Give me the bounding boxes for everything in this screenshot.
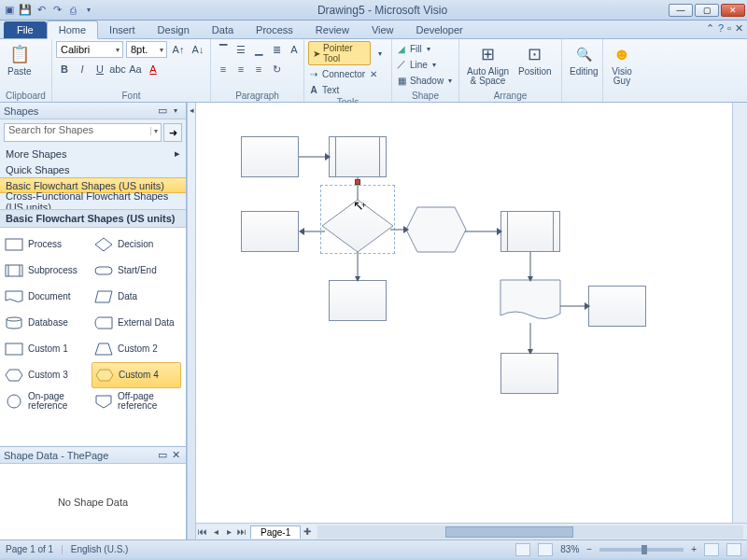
doc-restore-icon[interactable]: ▫ bbox=[727, 22, 731, 35]
shape-custom1[interactable]: Custom 1 bbox=[2, 336, 92, 362]
pointer-tool-button[interactable]: ➤Pointer Tool bbox=[308, 41, 371, 65]
save-icon[interactable]: 💾 bbox=[18, 3, 33, 18]
file-tab[interactable]: File bbox=[4, 21, 47, 38]
pointer-dropdown[interactable]: ▾ bbox=[373, 45, 388, 62]
shape-startend[interactable]: Start/End bbox=[92, 258, 181, 284]
shapedata-min-icon[interactable]: ▭ bbox=[156, 449, 169, 461]
tab-data[interactable]: Data bbox=[201, 21, 245, 38]
canvas-document[interactable] bbox=[500, 280, 560, 323]
visio-guy-button[interactable]: ☻Visio Guy bbox=[607, 41, 637, 88]
tab-developer[interactable]: Developer bbox=[405, 21, 474, 38]
vertical-scrollbar[interactable] bbox=[732, 103, 747, 523]
text-tool-button[interactable]: AText bbox=[308, 82, 339, 97]
canvas-process-4[interactable] bbox=[588, 286, 646, 327]
tab-home[interactable]: Home bbox=[47, 21, 98, 39]
macro-record-icon[interactable] bbox=[515, 543, 530, 556]
underline-button[interactable]: U bbox=[92, 61, 108, 77]
page-next-icon[interactable]: ▸ bbox=[222, 526, 235, 537]
canvas-subprocess-2[interactable] bbox=[500, 211, 560, 252]
more-shapes-row[interactable]: More Shapes▸ bbox=[0, 146, 186, 161]
italic-button[interactable]: I bbox=[74, 61, 91, 77]
canvas-process-2[interactable] bbox=[241, 211, 299, 252]
tab-review[interactable]: Review bbox=[304, 21, 360, 38]
line-button[interactable]: ／Line▾ bbox=[396, 57, 436, 72]
canvas-decision[interactable] bbox=[322, 200, 393, 252]
shadow-button[interactable]: ▦Shadow▾ bbox=[396, 73, 452, 88]
shape-process[interactable]: Process bbox=[2, 231, 92, 258]
shape-custom3[interactable]: Custom 3 bbox=[2, 362, 92, 388]
print-icon[interactable]: ⎙ bbox=[65, 3, 80, 18]
hscroll-thumb[interactable] bbox=[445, 526, 573, 538]
shapedata-close-icon[interactable]: ✕ bbox=[169, 449, 182, 461]
align-top-icon[interactable]: ▔ bbox=[215, 41, 232, 58]
shape-database[interactable]: Database bbox=[2, 310, 92, 336]
align-center-icon[interactable]: ≡ bbox=[233, 61, 249, 77]
tab-insert[interactable]: Insert bbox=[98, 21, 147, 38]
fullscreen-icon[interactable] bbox=[726, 543, 741, 556]
canvas-process-3[interactable] bbox=[329, 280, 387, 321]
page-last-icon[interactable]: ⏭ bbox=[235, 526, 248, 537]
zoom-out-icon[interactable]: − bbox=[586, 544, 592, 554]
page-first-icon[interactable]: ⏮ bbox=[196, 526, 209, 537]
cross-functional-row[interactable]: Cross-Functional Flowchart Shapes (US un… bbox=[0, 193, 186, 209]
align-right-icon[interactable]: ≡ bbox=[250, 61, 267, 77]
shape-custom4[interactable]: Custom 4 bbox=[92, 362, 181, 388]
font-name-combo[interactable]: Calibri bbox=[56, 41, 123, 58]
search-go-button[interactable]: ➜ bbox=[163, 123, 182, 142]
bullets-icon[interactable]: ≣ bbox=[268, 41, 285, 58]
shape-document[interactable]: Document bbox=[2, 284, 92, 310]
doc-close-icon[interactable]: ✕ bbox=[735, 22, 743, 35]
align-left-icon[interactable]: ≡ bbox=[215, 61, 232, 77]
bold-button[interactable]: B bbox=[56, 61, 73, 77]
fit-page-icon[interactable] bbox=[704, 543, 719, 556]
tab-process[interactable]: Process bbox=[245, 21, 304, 38]
auto-align-button[interactable]: ⊞Auto Align & Space bbox=[463, 41, 513, 88]
canvas-process-5[interactable] bbox=[500, 353, 558, 394]
rotate-handle[interactable] bbox=[355, 179, 360, 185]
shape-subprocess[interactable]: Subprocess bbox=[2, 258, 92, 284]
presentation-icon[interactable] bbox=[538, 543, 553, 556]
pane-minimize-icon[interactable]: ▭ bbox=[156, 105, 169, 117]
pane-dropdown-icon[interactable]: ▾ bbox=[169, 106, 182, 115]
shape-decision[interactable]: Decision bbox=[92, 231, 181, 258]
redo-icon[interactable]: ↷ bbox=[49, 3, 64, 18]
app-icon[interactable]: ▣ bbox=[2, 3, 17, 18]
font-size-combo[interactable]: 8pt. bbox=[126, 41, 167, 58]
canvas-hexagon[interactable] bbox=[406, 207, 466, 252]
font-color-button[interactable]: A bbox=[145, 61, 162, 77]
strike-button[interactable]: abc bbox=[109, 61, 126, 77]
editing-button[interactable]: 🔍Editing bbox=[566, 41, 602, 78]
quick-shapes-row[interactable]: Quick Shapes bbox=[0, 161, 186, 177]
minimize-ribbon-icon[interactable]: ⌃ bbox=[706, 22, 714, 35]
shape-onpage[interactable]: On-page reference bbox=[2, 388, 92, 414]
paste-button[interactable]: 📋Paste bbox=[4, 41, 35, 78]
tab-design[interactable]: Design bbox=[147, 21, 201, 38]
shape-offpage[interactable]: Off-page reference bbox=[92, 388, 181, 414]
fill-button[interactable]: ◢Fill▾ bbox=[396, 41, 430, 56]
page-prev-icon[interactable]: ◂ bbox=[209, 526, 222, 537]
maximize-button[interactable]: ▢ bbox=[695, 4, 719, 17]
case-button[interactable]: Aa bbox=[127, 61, 144, 77]
shape-custom2[interactable]: Custom 2 bbox=[92, 336, 181, 362]
minimize-button[interactable]: — bbox=[669, 4, 693, 17]
new-page-icon[interactable]: ✚ bbox=[301, 526, 314, 537]
decrease-font-icon[interactable]: A↓ bbox=[190, 41, 206, 58]
close-button[interactable]: ✕ bbox=[721, 4, 745, 17]
zoom-in-icon[interactable]: + bbox=[691, 544, 697, 554]
status-lang[interactable]: English (U.S.) bbox=[71, 544, 129, 554]
shape-data[interactable]: Data bbox=[92, 284, 181, 310]
tool-close-icon[interactable]: ✕ bbox=[368, 69, 379, 79]
canvas-process-1[interactable] bbox=[241, 136, 299, 177]
increase-font-icon[interactable]: A↑ bbox=[170, 41, 187, 58]
qat-more-icon[interactable]: ▾ bbox=[81, 3, 96, 18]
canvas-subprocess-1[interactable] bbox=[329, 136, 387, 177]
help-icon[interactable]: ? bbox=[718, 22, 724, 35]
collapse-pane-button[interactable]: ◂ bbox=[187, 103, 196, 539]
align-mid-icon[interactable]: ☰ bbox=[233, 41, 249, 58]
textblock-icon[interactable]: A bbox=[286, 41, 303, 58]
connector-tool-button[interactable]: ⇢Connector✕ bbox=[308, 66, 379, 81]
shape-extdata[interactable]: External Data bbox=[92, 310, 181, 336]
search-shapes-input[interactable]: Search for Shapes bbox=[4, 123, 162, 142]
align-bot-icon[interactable]: ▁ bbox=[250, 41, 267, 58]
position-button[interactable]: ⊡Position bbox=[514, 41, 556, 78]
